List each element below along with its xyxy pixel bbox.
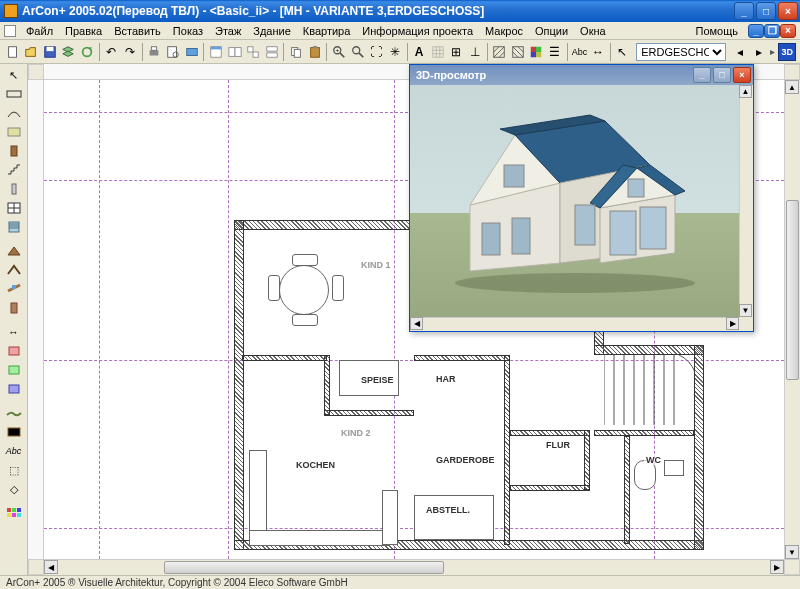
tool-layers[interactable] (60, 42, 78, 62)
tool-text[interactable]: A (410, 42, 428, 62)
palette-window-shutter[interactable] (2, 218, 26, 236)
tool-zoom-in[interactable]: + (330, 42, 348, 62)
scrollbar-horizontal[interactable]: ◀ ▶ (44, 559, 784, 575)
tool-window2[interactable] (226, 42, 244, 62)
menu-apartment[interactable]: Квартира (297, 24, 357, 38)
tool-plot[interactable] (183, 42, 201, 62)
palette-misc2[interactable]: ◇ (2, 480, 26, 498)
floor-select[interactable]: ERDGESCHOSS (636, 43, 726, 61)
palette-dimension[interactable]: ↔ (2, 323, 26, 341)
tool-print-preview[interactable] (164, 42, 182, 62)
menu-projectinfo[interactable]: Информация проекта (356, 24, 479, 38)
preview-3d-window[interactable]: 3D-просмотр _ □ × (409, 64, 754, 332)
scroll-up-icon[interactable]: ▲ (785, 80, 799, 94)
menu-windows[interactable]: Окна (574, 24, 612, 38)
tool-undo[interactable]: ↶ (103, 42, 121, 62)
menu-help[interactable]: Помощь (690, 24, 745, 38)
preview-scroll-v[interactable]: ▲ ▼ (739, 85, 753, 317)
floor-prev[interactable]: ◂ (731, 42, 749, 62)
palette-column[interactable] (2, 180, 26, 198)
minimize-button[interactable]: _ (734, 2, 754, 20)
tool-window3[interactable] (244, 42, 262, 62)
preview-maximize-button[interactable]: □ (713, 67, 731, 83)
tool-zoom-out[interactable] (349, 42, 367, 62)
tool-pointer[interactable]: ↖ (614, 42, 632, 62)
scroll-down-icon[interactable]: ▼ (785, 545, 799, 559)
tool-reload[interactable] (78, 42, 96, 62)
tool-hatch2[interactable] (509, 42, 527, 62)
ruler-vertical[interactable] (28, 80, 44, 559)
menu-view[interactable]: Показ (167, 24, 209, 38)
tool-ortho[interactable]: ⊥ (466, 42, 484, 62)
palette-door[interactable] (2, 142, 26, 160)
palette-library[interactable] (2, 504, 26, 522)
palette-roof-opening[interactable] (2, 280, 26, 298)
palette-curve[interactable] (2, 104, 26, 122)
maximize-button[interactable]: □ (756, 2, 776, 20)
tool-layer-filter[interactable]: ☰ (546, 42, 564, 62)
ruler-corner-br (784, 559, 800, 575)
toolbar-overflow[interactable]: ▸ (768, 46, 777, 57)
floor-next[interactable]: ▸ (750, 42, 768, 62)
tool-window1[interactable] (207, 42, 225, 62)
mdi-minimize-button[interactable]: _ (748, 24, 764, 38)
scroll-thumb-v[interactable] (786, 200, 799, 380)
tool-paste[interactable] (306, 42, 324, 62)
tool-copy[interactable] (287, 42, 305, 62)
scroll-right-icon[interactable]: ▶ (770, 560, 784, 574)
menu-options[interactable]: Опции (529, 24, 574, 38)
tool-grid[interactable] (429, 42, 447, 62)
palette-text[interactable]: Abc (2, 442, 26, 460)
scroll-thumb-h[interactable] (164, 561, 444, 574)
tool-print[interactable] (146, 42, 164, 62)
tool-hatch1[interactable] (491, 42, 509, 62)
tool-zoom-all[interactable]: ⛶ (367, 42, 385, 62)
palette-select[interactable]: ↖ (2, 66, 26, 84)
mdi-restore-button[interactable]: ❐ (764, 24, 780, 38)
preview-minimize-button[interactable]: _ (693, 67, 711, 83)
menu-edit[interactable]: Правка (59, 24, 108, 38)
tool-snap[interactable]: ⊞ (448, 42, 466, 62)
tool-window4[interactable] (263, 42, 281, 62)
scroll-right-icon[interactable]: ▶ (726, 317, 739, 330)
close-button[interactable]: × (778, 2, 798, 20)
palette-stairs[interactable] (2, 161, 26, 179)
menu-file[interactable]: Файл (20, 24, 59, 38)
palette-room[interactable] (2, 123, 26, 141)
palette-window-grid[interactable] (2, 199, 26, 217)
menu-floor[interactable]: Этаж (209, 24, 247, 38)
preview-3d-canvas[interactable] (410, 85, 739, 317)
palette-heightfield[interactable] (2, 423, 26, 441)
tool-open[interactable] (23, 42, 41, 62)
guide-line[interactable] (99, 80, 100, 559)
tool-measure[interactable]: ↔ (589, 42, 607, 62)
scroll-up-icon[interactable]: ▲ (739, 85, 752, 98)
preview-close-button[interactable]: × (733, 67, 751, 83)
scroll-left-icon[interactable]: ◀ (44, 560, 58, 574)
menu-macro[interactable]: Макрос (479, 24, 529, 38)
preview-scroll-h[interactable]: ◀ ▶ (410, 317, 739, 331)
palette-terrain[interactable] (2, 404, 26, 422)
palette-roof2[interactable] (2, 261, 26, 279)
palette-chimney[interactable] (2, 299, 26, 317)
view-3d-button[interactable]: 3D (778, 43, 796, 61)
mdi-close-button[interactable]: × (780, 24, 796, 38)
preview-titlebar[interactable]: 3D-просмотр _ □ × (410, 65, 753, 85)
tool-redo[interactable]: ↷ (121, 42, 139, 62)
tool-label[interactable]: Abc (571, 42, 589, 62)
palette-shape2[interactable] (2, 361, 26, 379)
tool-compass[interactable]: ✳ (386, 42, 404, 62)
palette-misc1[interactable]: ⬚ (2, 461, 26, 479)
tool-save[interactable] (41, 42, 59, 62)
palette-shape1[interactable] (2, 342, 26, 360)
menu-insert[interactable]: Вставить (108, 24, 167, 38)
palette-wall[interactable] (2, 85, 26, 103)
tool-color[interactable] (528, 42, 546, 62)
menu-building[interactable]: Здание (247, 24, 297, 38)
scroll-left-icon[interactable]: ◀ (410, 317, 423, 330)
palette-roof1[interactable] (2, 242, 26, 260)
tool-new[interactable] (4, 42, 22, 62)
scroll-down-icon[interactable]: ▼ (739, 304, 752, 317)
palette-shape3[interactable] (2, 380, 26, 398)
scrollbar-vertical[interactable]: ▲ ▼ (784, 80, 800, 559)
